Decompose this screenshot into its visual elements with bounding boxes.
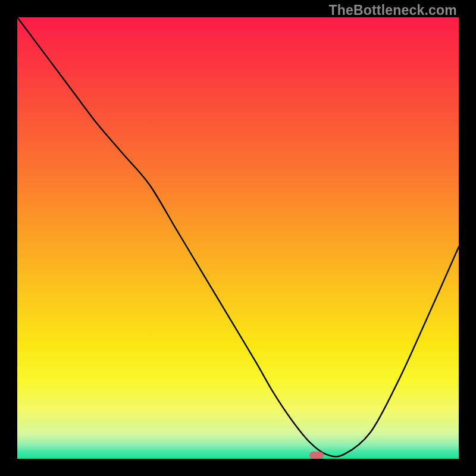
optimal-point-marker — [309, 452, 324, 459]
watermark-text: TheBottleneck.com — [328, 2, 457, 18]
plot-area — [17, 17, 459, 459]
bottleneck-curve — [17, 17, 459, 459]
